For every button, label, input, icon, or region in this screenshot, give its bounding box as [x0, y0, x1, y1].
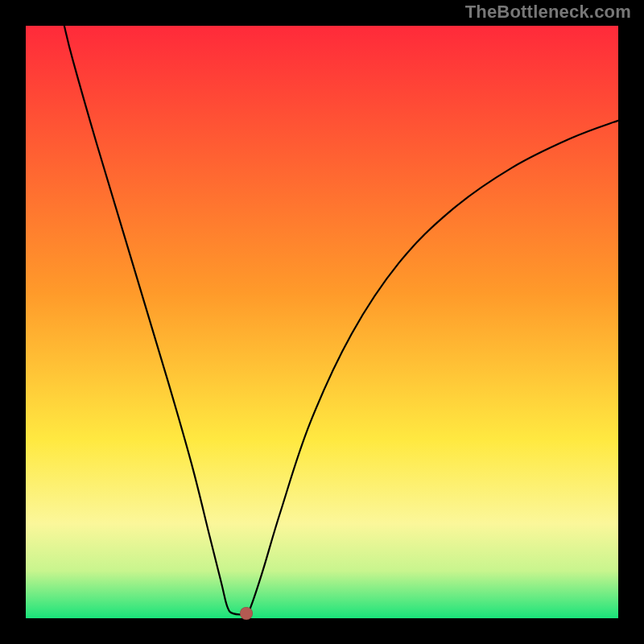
optimum-marker	[240, 607, 253, 620]
watermark-text: TheBottleneck.com	[465, 2, 631, 23]
bottleneck-curve	[26, 26, 618, 618]
plot-area	[26, 26, 618, 618]
chart-frame: TheBottleneck.com	[0, 0, 644, 644]
